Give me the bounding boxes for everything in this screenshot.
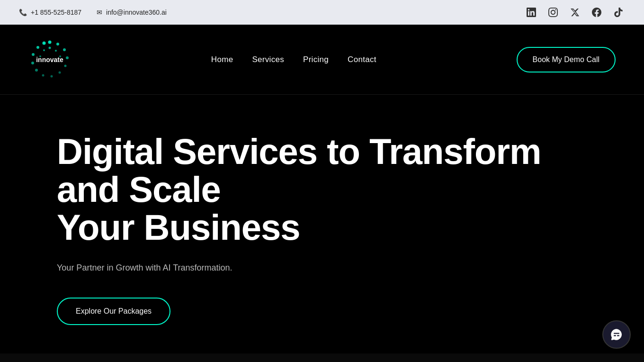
social-links (525, 6, 625, 19)
svg-point-10 (32, 53, 35, 56)
instagram-icon[interactable] (546, 6, 560, 19)
hero-title: Digital Services to Transform and Scale … (57, 133, 606, 246)
svg-point-11 (36, 46, 39, 49)
linkedin-icon[interactable] (525, 6, 538, 19)
svg-point-4 (64, 64, 67, 67)
hero-title-line2: Your Business (57, 207, 300, 247)
logo-image: innovate (28, 38, 71, 81)
topbar-contacts: 📞 +1 855-525-8187 ✉ info@innovate360.ai (19, 9, 167, 16)
nav-item-services[interactable]: Services (252, 55, 284, 64)
explore-packages-button[interactable]: Explore Our Packages (57, 298, 170, 325)
svg-point-8 (35, 69, 38, 72)
nav-link-contact[interactable]: Contact (348, 55, 376, 64)
nav-item-contact[interactable]: Contact (348, 55, 376, 64)
svg-point-0 (48, 40, 52, 44)
phone-number: +1 855-525-8187 (31, 9, 81, 16)
hero-section: Digital Services to Transform and Scale … (0, 95, 644, 353)
svg-point-13 (49, 46, 51, 49)
x-twitter-icon[interactable] (568, 6, 581, 19)
email-icon: ✉ (97, 9, 102, 16)
hero-subtitle: Your Partner in Growth with AI Transform… (57, 263, 616, 273)
phone-icon: 📞 (19, 9, 27, 16)
svg-point-14 (55, 50, 57, 52)
svg-point-6 (51, 75, 53, 77)
nav-links: Home Services Pricing Contact (211, 55, 376, 64)
svg-point-7 (42, 74, 45, 76)
topbar: 📞 +1 855-525-8187 ✉ info@innovate360.ai (0, 0, 644, 25)
hero-title-line1: Digital Services to Transform and Scale (57, 131, 541, 209)
svg-point-3 (66, 56, 69, 59)
svg-point-5 (59, 71, 61, 73)
footer-stripe (0, 353, 644, 362)
svg-point-17 (43, 49, 45, 51)
chat-bubble-button[interactable] (602, 320, 631, 349)
svg-text:innovate: innovate (36, 56, 63, 63)
book-demo-button[interactable]: Book My Demo Call (517, 47, 616, 72)
email-address: info@innovate360.ai (106, 9, 167, 16)
navbar: innovate Home Services Pricing Contact B… (0, 25, 644, 95)
svg-point-12 (43, 41, 46, 45)
svg-point-9 (31, 62, 34, 64)
nav-item-home[interactable]: Home (211, 55, 233, 64)
logo[interactable]: innovate (28, 38, 71, 81)
nav-link-pricing[interactable]: Pricing (303, 55, 329, 64)
svg-point-2 (63, 48, 66, 51)
svg-point-1 (56, 43, 59, 45)
email-contact[interactable]: ✉ info@innovate360.ai (97, 9, 167, 16)
nav-link-home[interactable]: Home (211, 55, 233, 64)
nav-item-pricing[interactable]: Pricing (303, 55, 329, 64)
nav-link-services[interactable]: Services (252, 55, 284, 64)
phone-contact[interactable]: 📞 +1 855-525-8187 (19, 9, 81, 16)
tiktok-icon[interactable] (612, 6, 625, 19)
facebook-icon[interactable] (590, 6, 603, 19)
